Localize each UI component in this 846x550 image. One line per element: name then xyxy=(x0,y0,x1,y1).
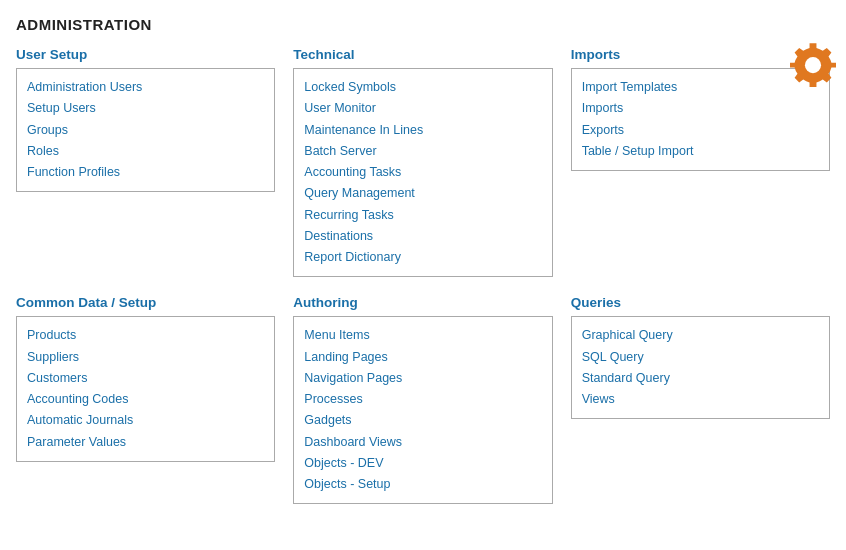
link-common-data-setup-2[interactable]: Customers xyxy=(27,368,264,389)
link-queries-0[interactable]: Graphical Query xyxy=(582,325,819,346)
link-technical-0[interactable]: Locked Symbols xyxy=(304,77,541,98)
link-imports-3[interactable]: Table / Setup Import xyxy=(582,141,819,162)
link-common-data-setup-0[interactable]: Products xyxy=(27,325,264,346)
link-authoring-0[interactable]: Menu Items xyxy=(304,325,541,346)
link-technical-5[interactable]: Query Management xyxy=(304,183,541,204)
card-box-common-data-setup: ProductsSuppliersCustomersAccounting Cod… xyxy=(16,316,275,462)
link-imports-2[interactable]: Exports xyxy=(582,120,819,141)
link-user-setup-3[interactable]: Roles xyxy=(27,141,264,162)
link-authoring-2[interactable]: Navigation Pages xyxy=(304,368,541,389)
card-title-user-setup: User Setup xyxy=(16,47,275,62)
link-authoring-1[interactable]: Landing Pages xyxy=(304,347,541,368)
card-authoring: AuthoringMenu ItemsLanding PagesNavigati… xyxy=(293,295,552,504)
card-box-authoring: Menu ItemsLanding PagesNavigation PagesP… xyxy=(293,316,552,504)
card-title-technical: Technical xyxy=(293,47,552,62)
link-imports-0[interactable]: Import Templates xyxy=(582,77,819,98)
link-authoring-3[interactable]: Processes xyxy=(304,389,541,410)
card-title-queries: Queries xyxy=(571,295,830,310)
card-box-technical: Locked SymbolsUser MonitorMaintenance In… xyxy=(293,68,552,277)
card-technical: TechnicalLocked SymbolsUser MonitorMaint… xyxy=(293,47,552,277)
card-common-data-setup: Common Data / SetupProductsSuppliersCust… xyxy=(16,295,275,504)
card-box-queries: Graphical QuerySQL QueryStandard QueryVi… xyxy=(571,316,830,419)
link-technical-7[interactable]: Destinations xyxy=(304,226,541,247)
link-common-data-setup-4[interactable]: Automatic Journals xyxy=(27,410,264,431)
link-user-setup-1[interactable]: Setup Users xyxy=(27,98,264,119)
admin-grid: User SetupAdministration UsersSetup User… xyxy=(16,47,830,504)
svg-point-0 xyxy=(805,57,821,73)
card-queries: QueriesGraphical QuerySQL QueryStandard … xyxy=(571,295,830,504)
page-title: ADMINISTRATION xyxy=(16,16,830,33)
gear-icon xyxy=(790,41,836,91)
link-imports-1[interactable]: Imports xyxy=(582,98,819,119)
link-queries-1[interactable]: SQL Query xyxy=(582,347,819,368)
link-technical-8[interactable]: Report Dictionary xyxy=(304,247,541,268)
link-authoring-4[interactable]: Gadgets xyxy=(304,410,541,431)
link-common-data-setup-5[interactable]: Parameter Values xyxy=(27,432,264,453)
link-technical-1[interactable]: User Monitor xyxy=(304,98,541,119)
card-box-user-setup: Administration UsersSetup UsersGroupsRol… xyxy=(16,68,275,192)
link-common-data-setup-3[interactable]: Accounting Codes xyxy=(27,389,264,410)
card-title-authoring: Authoring xyxy=(293,295,552,310)
link-user-setup-0[interactable]: Administration Users xyxy=(27,77,264,98)
link-queries-2[interactable]: Standard Query xyxy=(582,368,819,389)
link-user-setup-4[interactable]: Function Profiles xyxy=(27,162,264,183)
link-user-setup-2[interactable]: Groups xyxy=(27,120,264,141)
link-authoring-5[interactable]: Dashboard Views xyxy=(304,432,541,453)
link-technical-3[interactable]: Batch Server xyxy=(304,141,541,162)
link-authoring-6[interactable]: Objects - DEV xyxy=(304,453,541,474)
link-technical-6[interactable]: Recurring Tasks xyxy=(304,205,541,226)
link-common-data-setup-1[interactable]: Suppliers xyxy=(27,347,264,368)
link-technical-4[interactable]: Accounting Tasks xyxy=(304,162,541,183)
link-queries-3[interactable]: Views xyxy=(582,389,819,410)
card-imports: ImportsImport TemplatesImportsExportsTab… xyxy=(571,47,830,277)
link-authoring-7[interactable]: Objects - Setup xyxy=(304,474,541,495)
link-technical-2[interactable]: Maintenance In Lines xyxy=(304,120,541,141)
card-title-common-data-setup: Common Data / Setup xyxy=(16,295,275,310)
card-user-setup: User SetupAdministration UsersSetup User… xyxy=(16,47,275,277)
